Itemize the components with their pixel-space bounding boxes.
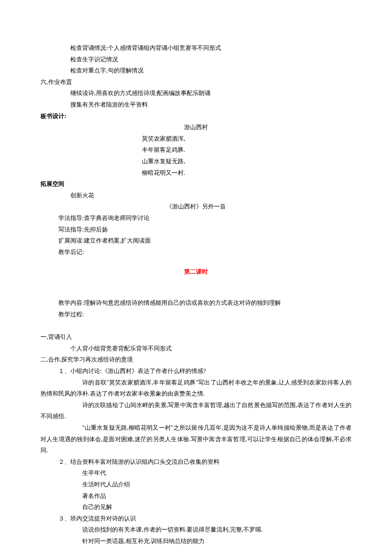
text-line: 写法指导:先抑后扬 (40, 224, 352, 236)
poem-line: 丰年留客足鸡豚. (40, 145, 352, 156)
text-line: 搜集有关作者陆游的生平资料 (40, 99, 352, 111)
heading-expand: 拓展空间 (40, 179, 352, 190)
text-line: 教学过程: (40, 309, 352, 321)
text-line: 个人背小组背竞赛背配乐背等不同形式 (40, 343, 352, 355)
text-line: 著名作品 (40, 491, 352, 502)
text-line: 创新火花 (40, 190, 352, 202)
paragraph: "山重水复疑无路,柳暗花明又一村"之所以留传几百年,是因为这不是诗人单纯描绘景物… (40, 422, 352, 457)
poem-title: 游山西村 (40, 122, 352, 133)
text-line: 检查生字识记情况 (40, 54, 352, 66)
text-line: 继续读诗,用喜欢的方式感悟诗境:配画编故事配乐朗诵 (40, 88, 352, 99)
text-line: ３、班内交流提升对诗的认识 (40, 513, 352, 525)
subtitle-another-poem: 《游山西村》另外一首 (40, 201, 352, 213)
paragraph: 诗的次联描绘了山间水畔的美景,写景中寓含丰富哲理,越出了自然景色描写的范围,表达… (40, 400, 352, 422)
text-line: 教学内容:理解诗句意思感悟诗的情感能用自己的话或喜欢的方式表达对诗的独到理解 (40, 298, 352, 309)
heading-lesson-2: 第二课时 (40, 266, 352, 278)
text-line: 一,背诵引入 (40, 332, 352, 343)
poem-line: 山重水复疑无路, (40, 156, 352, 168)
text-line: 生卒年代 (40, 468, 352, 479)
poem-line: 莫笑农家腊酒浑, (40, 133, 352, 145)
heading-board-design: 板书设计: (40, 111, 352, 122)
text-line: 针对同一类话题,相互补充.训练归纳总结的能力 (40, 536, 352, 547)
text-line: 自己的见解 (40, 502, 352, 513)
text-line: 生活时代人品介绍 (40, 479, 352, 491)
spacer (40, 321, 352, 332)
text-line: 检查对重点字,句的理解情况 (40, 65, 352, 77)
text-line: ２、结合资料丰富对陆游的认识组内口头交流自己收集的资料 (40, 457, 352, 468)
text-line: 说说你找到的有关本课,作者的一切资料.要说得尽量流利,完整,不罗嗦. (40, 524, 352, 536)
text-line: 教学后记: (40, 247, 352, 258)
text-line: 扩展阅读:建立作者档案,扩大阅读面 (40, 235, 352, 247)
text-line: 学法指导:查字典咨询老师同学讨论 (40, 213, 352, 224)
spacer (40, 286, 352, 298)
text-line: 六,作业布置 (40, 77, 352, 88)
poem-line: 柳暗花明又一村. (40, 168, 352, 179)
text-line: 二,合作,探究学习再次感悟诗的意境 (40, 354, 352, 366)
text-line: １、小组内讨论:《游山西村》表达了作者什么样的情感? (40, 366, 352, 377)
text-line: 检查背诵情况:个人感情背诵组内背诵小组竞赛等不同形式 (40, 43, 352, 54)
paragraph: 诗的首联"莫笑农家腊酒浑,丰年留客足鸡豚"写出了山西村丰收之年的景象,让人感受到… (40, 377, 352, 400)
